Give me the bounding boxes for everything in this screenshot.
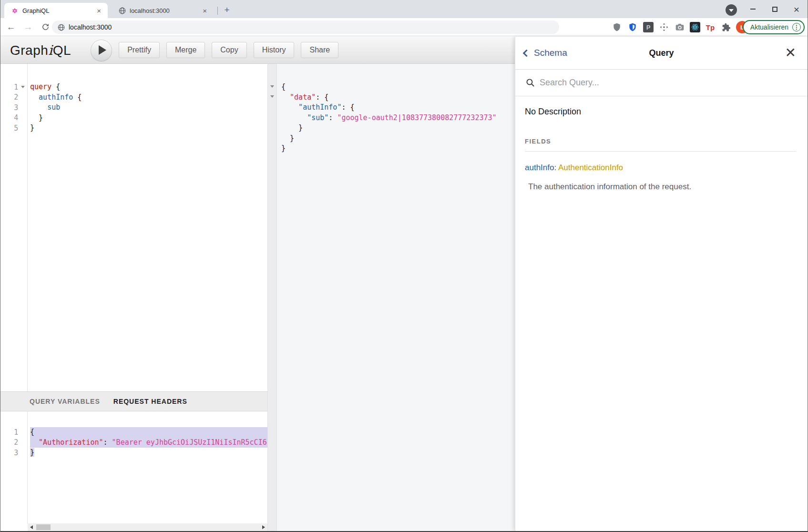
- fields-section-label: FIELDS: [525, 138, 796, 152]
- secondary-editor-tabs: QUERY VARIABLES REQUEST HEADERS: [0, 391, 267, 411]
- update-browser-button[interactable]: Aktualisieren ⋮: [743, 20, 805, 34]
- site-globe-icon: [58, 24, 65, 31]
- scroll-left-icon[interactable]: [30, 525, 33, 529]
- back-button[interactable]: ←: [4, 20, 18, 34]
- tab-request-headers[interactable]: REQUEST HEADERS: [113, 398, 187, 405]
- fold-arrow-icon[interactable]: [270, 85, 274, 88]
- bitwarden-icon[interactable]: [627, 21, 638, 33]
- headers-code: { "Authorization": "Bearer eyJhbGciOiJSU…: [30, 427, 267, 458]
- docs-title: Query: [515, 48, 808, 58]
- tab-close-icon[interactable]: ×: [95, 6, 103, 15]
- ublock-icon[interactable]: [611, 21, 623, 33]
- globe-icon: [118, 7, 126, 14]
- type-description: No Description: [525, 107, 796, 117]
- extensions-puzzle-icon[interactable]: [720, 21, 732, 33]
- horizontal-scrollbar[interactable]: [28, 523, 267, 531]
- graphiql-logo: GraphiQL: [10, 42, 71, 58]
- left-pane: 1 2 3 4 5 query { authInfo { sub } } QUE…: [0, 64, 267, 531]
- url-text: localhost:3000: [69, 23, 112, 31]
- maximize-icon: [772, 7, 777, 12]
- tab-close-icon[interactable]: ×: [201, 6, 209, 15]
- docs-content: No Description FIELDS authInfo: Authenti…: [515, 96, 808, 192]
- field-name-link[interactable]: authInfo: [525, 163, 554, 172]
- maximize-button[interactable]: [764, 0, 786, 18]
- prettify-button[interactable]: Prettify: [119, 42, 160, 58]
- graphiql-toolbar: GraphiQL Prettify Merge Copy History Sha…: [0, 37, 515, 64]
- scrollbar-thumb[interactable]: [36, 524, 51, 530]
- forward-button[interactable]: →: [21, 20, 35, 34]
- tab-title: GraphiQL: [22, 7, 95, 14]
- execute-query-button[interactable]: [91, 40, 112, 61]
- kebab-menu-icon[interactable]: ⋮: [792, 23, 801, 31]
- screenshot-ext-icon[interactable]: P: [643, 21, 654, 33]
- browser-toolbar: ← → localhost:3000 P Tp: [0, 18, 808, 36]
- field-type-link[interactable]: AuthenticationInfo: [558, 163, 623, 172]
- field-description: The authentication information of the re…: [525, 182, 796, 192]
- docs-close-button[interactable]: ✕: [785, 46, 796, 60]
- update-label: Aktualisieren: [750, 23, 788, 31]
- close-button[interactable]: ×: [786, 0, 808, 18]
- close-icon: ×: [794, 4, 799, 14]
- new-tab-button[interactable]: +: [221, 4, 233, 16]
- fold-arrow-icon: [21, 86, 25, 88]
- tab-query-variables[interactable]: QUERY VARIABLES: [30, 398, 100, 405]
- documentation-explorer: Query Schema ✕ No Description FIELDS aut…: [515, 37, 808, 531]
- tab-graphiql[interactable]: ✡ GraphiQL ×: [4, 3, 108, 18]
- merge-button[interactable]: Merge: [166, 42, 205, 58]
- extensions-row: P Tp L: [611, 20, 748, 34]
- chevron-down-icon: [729, 9, 734, 12]
- minimize-icon: [750, 9, 756, 10]
- browser-window: ✡ GraphiQL × localhost:3000 × + × ← → lo…: [0, 0, 808, 532]
- move-tool-icon[interactable]: [658, 21, 670, 33]
- query-editor-gutter: 1 2 3 4 5: [0, 64, 28, 391]
- field-row: authInfo: AuthenticationInfo: [525, 163, 796, 173]
- pane-divider[interactable]: [267, 64, 277, 531]
- request-headers-editor[interactable]: 1 2 3 { "Authorization": "Bearer eyJhbGc…: [0, 411, 267, 523]
- search-icon: [526, 78, 535, 87]
- minimize-button[interactable]: [742, 0, 764, 18]
- tab-title: localhost:3000: [130, 7, 201, 14]
- docs-search-input[interactable]: [540, 78, 730, 88]
- query-editor[interactable]: 1 2 3 4 5 query { authInfo { sub } }: [0, 64, 267, 391]
- docs-search-row: [515, 70, 808, 96]
- share-button[interactable]: Share: [301, 42, 338, 58]
- tab-localhost[interactable]: localhost:3000 ×: [112, 3, 214, 18]
- window-controls: ×: [742, 0, 808, 18]
- tab-separator: [217, 7, 218, 15]
- history-button[interactable]: History: [254, 42, 295, 58]
- headers-editor-gutter: 1 2 3: [0, 411, 28, 523]
- graphql-logo-icon: ✡: [11, 7, 19, 14]
- scroll-right-icon[interactable]: [262, 525, 265, 529]
- tampermonkey-icon[interactable]: Tp: [705, 21, 716, 33]
- camera-icon[interactable]: [674, 21, 685, 33]
- reload-button[interactable]: [39, 20, 52, 34]
- play-icon: [99, 45, 106, 55]
- address-bar[interactable]: localhost:3000: [52, 20, 559, 34]
- docs-header: Query Schema ✕: [515, 37, 808, 70]
- fold-arrow-icon[interactable]: [270, 95, 274, 98]
- browser-titlebar: ✡ GraphiQL × localhost:3000 × + ×: [0, 0, 808, 18]
- react-devtools-icon[interactable]: [690, 22, 700, 32]
- query-code: query { authInfo { sub } }: [30, 82, 267, 133]
- copy-button[interactable]: Copy: [212, 42, 246, 58]
- download-indicator[interactable]: [726, 4, 737, 16]
- reload-icon: [41, 23, 50, 31]
